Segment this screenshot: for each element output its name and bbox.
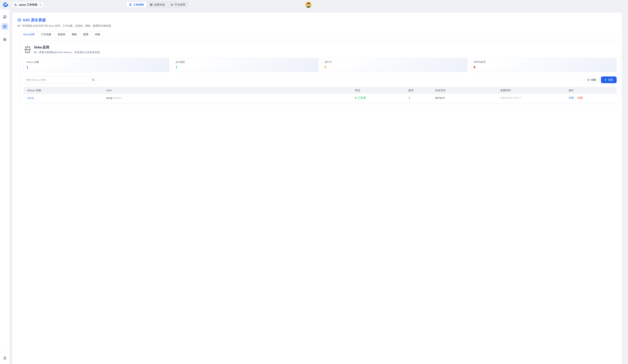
monitor-icon	[3, 15, 7, 19]
stat-label: 运行稳定	[176, 61, 314, 64]
stat-card-total-releases: Release 总数 1	[23, 58, 169, 72]
sidebar-divider	[2, 33, 7, 33]
sidebar: ⚙	[0, 10, 10, 182]
release-table: Release 名称 Chart 状态 版本 命名空间 更新时间 操作 mysq…	[23, 87, 314, 102]
nav-item-label: 工作空间	[133, 3, 144, 6]
workspace-switcher[interactable]: admin 工作空间 ▼	[11, 2, 44, 8]
gear-icon: ⚙	[3, 38, 6, 42]
chart-name: mysql	[106, 96, 112, 99]
tab-storage[interactable]: 存储	[92, 31, 103, 38]
breadcrumb-separator: /	[10, 3, 11, 6]
nav-item-label: 平台管理	[174, 3, 185, 6]
tab-pods[interactable]: 容器组	[55, 31, 69, 38]
helm-section-card: HELM Helm 应用 统一查看当前团队的 Helm Release，并直接从…	[20, 41, 314, 104]
sidebar-item-k8s-resources[interactable]	[1, 23, 8, 30]
tab-helm-apps[interactable]: Helm 应用	[20, 31, 38, 38]
search-input[interactable]	[23, 76, 97, 83]
top-nav: 工作空间 应用市场 ⚙ 平台管理	[125, 1, 189, 8]
table-row: mysql mysql@14.0.3 已部署 1 default 2026-04…	[23, 94, 314, 102]
table-header-row: Release 名称 Chart 状态 版本 命名空间 更新时间 操作	[23, 87, 314, 94]
topbar: / admin 工作空间 ▼ 工作空间 应用市场	[0, 0, 314, 10]
tab-config[interactable]: 配置	[80, 31, 92, 38]
nav-item-label: 应用市场	[154, 3, 165, 6]
user-avatar[interactable]	[306, 2, 312, 8]
col-release-name: Release 名称	[23, 87, 103, 94]
search-box	[23, 76, 97, 83]
page-title: K8S 原生资源	[23, 17, 46, 22]
search-icon	[92, 78, 95, 81]
gear-icon: ⚙	[171, 3, 173, 6]
sidebar-item-settings[interactable]: ⚙	[1, 36, 8, 43]
sidebar-item-dashboard[interactable]	[1, 13, 8, 20]
section-title: Helm 应用	[34, 45, 102, 50]
release-name-link[interactable]: mysql	[27, 96, 34, 99]
section-description: 统一查看当前团队的 Helm Release，并直接从仓库安装应用。	[34, 51, 102, 54]
stat-label: Release 总数	[26, 61, 166, 64]
nav-item-app-market[interactable]: 应用市场	[147, 2, 167, 8]
chart-version: @14.0.3	[113, 97, 122, 99]
stats-row: Release 总数 1 运行稳定 1 进行中 0 异常待处理 0	[23, 58, 314, 72]
workspace-name: admin 工作空间	[19, 3, 37, 6]
content-panel: K8S 原生资源 统一管理团队命名空间下的 Helm 应用、工作负载、容器组、网…	[12, 13, 314, 182]
main-area: K8S 原生资源 统一管理团队命名空间下的 Helm 应用、工作负载、容器组、网…	[10, 10, 314, 182]
layers-icon	[129, 3, 132, 6]
chevron-down-icon: ▼	[40, 4, 41, 6]
tab-workloads[interactable]: 工作负载	[38, 31, 55, 38]
kubernetes-icon	[17, 18, 21, 22]
stat-card-running-stable: 运行稳定 1	[173, 58, 314, 72]
grid-icon	[150, 3, 153, 6]
svg-text:HELM: HELM	[25, 48, 30, 51]
kubernetes-icon	[3, 24, 7, 29]
tabs-filler	[103, 31, 314, 38]
page-subtitle: 统一管理团队命名空间下的 Helm 应用、工作负载、容器组、网络、配置和存储资源…	[17, 24, 314, 27]
nav-item-platform-admin[interactable]: ⚙ 平台管理	[168, 2, 188, 8]
app-logo-icon[interactable]	[3, 2, 8, 7]
user-icon	[14, 3, 17, 6]
resource-tabs: Helm 应用 工作负载 容器组 网络 配置 存储	[20, 31, 314, 38]
tab-network[interactable]: 网络	[69, 31, 80, 38]
stat-value: 1	[176, 65, 314, 69]
list-toolbar: 刷新 + 安装	[23, 76, 314, 83]
nav-item-workspace[interactable]: 工作空间	[126, 2, 147, 8]
stat-value: 1	[26, 65, 166, 69]
helm-logo-icon: HELM	[23, 46, 32, 54]
col-chart: Chart	[103, 87, 314, 94]
